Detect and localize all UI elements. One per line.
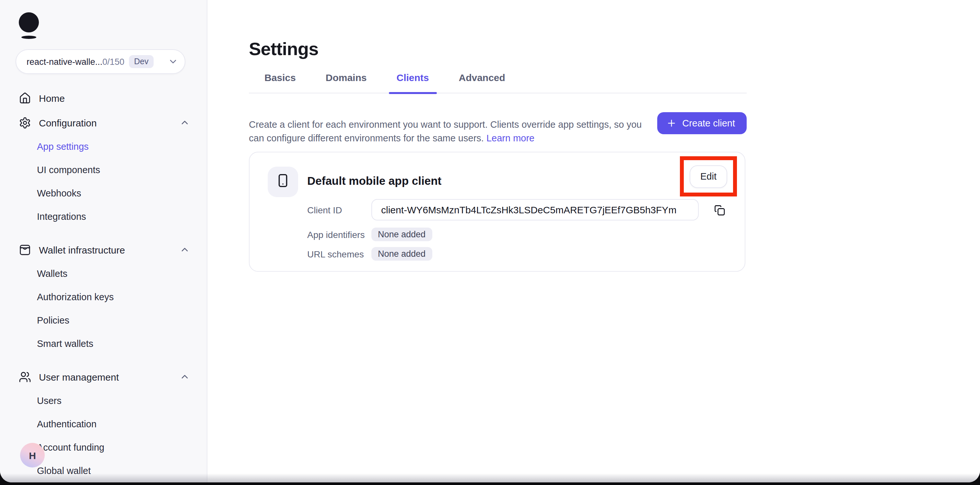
app-identifiers-value-badge: None added (371, 228, 432, 241)
sidebar-item-policies[interactable]: Policies (0, 309, 207, 332)
logo-circle (19, 12, 39, 32)
clients-header-row: Create a client for each environment you… (249, 108, 747, 154)
sidebar-item-label: Home (39, 93, 65, 104)
logo-ellipse (21, 36, 36, 39)
sidebar-item-ui-components[interactable]: UI components (0, 158, 207, 182)
sidebar-item-label: Wallet infrastructure (39, 244, 125, 255)
annotation-highlight-box: Edit (680, 156, 737, 196)
sidebar-item-user-management[interactable]: User management (0, 364, 207, 389)
sidebar-item-authorization-keys[interactable]: Authorization keys (0, 285, 207, 309)
sidebar-nav: Home Configuration App settings UI compo… (0, 86, 207, 482)
sidebar-item-app-settings[interactable]: App settings (0, 135, 207, 158)
app-window: react-native-walle... 0/150 Dev Home (0, 0, 980, 482)
create-client-label: Create client (682, 118, 735, 128)
main-area: Settings Basics Domains Clients Advanced… (208, 0, 980, 482)
mobile-client-icon-box (268, 167, 298, 197)
sidebar-item-webhooks[interactable]: Webhooks (0, 182, 207, 205)
sidebar-item-home[interactable]: Home (0, 86, 207, 110)
sidebar-item-label: Configuration (39, 117, 97, 128)
sidebar-item-authentication[interactable]: Authentication (0, 412, 207, 436)
project-selector[interactable]: react-native-walle... 0/150 Dev (16, 49, 185, 74)
client-card-title: Default mobile app client (307, 174, 441, 188)
url-schemes-value-badge: None added (371, 247, 432, 261)
gear-icon (19, 116, 31, 129)
tab-domains[interactable]: Domains (318, 65, 375, 93)
plus-icon (666, 118, 676, 128)
app-identifiers-label: App identifiers (307, 230, 364, 240)
settings-tabs: Basics Domains Clients Advanced (249, 65, 747, 93)
sidebar-item-smart-wallets[interactable]: Smart wallets (0, 332, 207, 355)
tab-advanced[interactable]: Advanced (451, 65, 513, 93)
users-icon (19, 370, 31, 383)
page-title: Settings (249, 39, 318, 60)
client-card: Default mobile app client Edit Client ID… (249, 152, 745, 272)
chevron-up-icon (180, 372, 190, 382)
url-schemes-label: URL schemes (307, 249, 364, 259)
smartphone-icon (275, 173, 290, 191)
user-avatar[interactable]: H (20, 443, 45, 467)
project-name: react-native-walle... (27, 57, 102, 67)
wallet-icon (19, 244, 31, 256)
sidebar-item-users[interactable]: Users (0, 389, 207, 412)
sidebar-item-wallet-infrastructure[interactable]: Wallet infrastructure (0, 237, 207, 262)
clients-description: Create a client for each environment you… (249, 118, 646, 145)
client-id-label: Client ID (307, 205, 342, 215)
home-icon (19, 92, 31, 104)
sidebar: react-native-walle... 0/150 Dev Home (0, 0, 207, 482)
create-client-button[interactable]: Create client (657, 112, 747, 134)
sidebar-item-integrations[interactable]: Integrations (0, 205, 207, 228)
edit-button[interactable]: Edit (690, 165, 727, 188)
tab-basics[interactable]: Basics (257, 65, 304, 93)
client-id-input[interactable] (371, 199, 699, 220)
clients-description-text: Create a client for each environment you… (249, 119, 642, 143)
project-counter: 0/150 (102, 57, 124, 67)
tab-clients[interactable]: Clients (388, 65, 436, 93)
sidebar-item-label: User management (39, 371, 119, 382)
sidebar-item-configuration[interactable]: Configuration (0, 110, 207, 135)
environment-badge: Dev (129, 55, 154, 68)
settings-content: Settings Basics Domains Clients Advanced… (249, 0, 747, 482)
learn-more-link[interactable]: Learn more (487, 132, 535, 143)
copy-icon[interactable] (712, 203, 727, 217)
chevron-down-icon (168, 56, 178, 67)
chevron-up-icon (180, 117, 190, 128)
sidebar-item-wallets[interactable]: Wallets (0, 262, 207, 285)
chevron-up-icon (180, 244, 190, 255)
